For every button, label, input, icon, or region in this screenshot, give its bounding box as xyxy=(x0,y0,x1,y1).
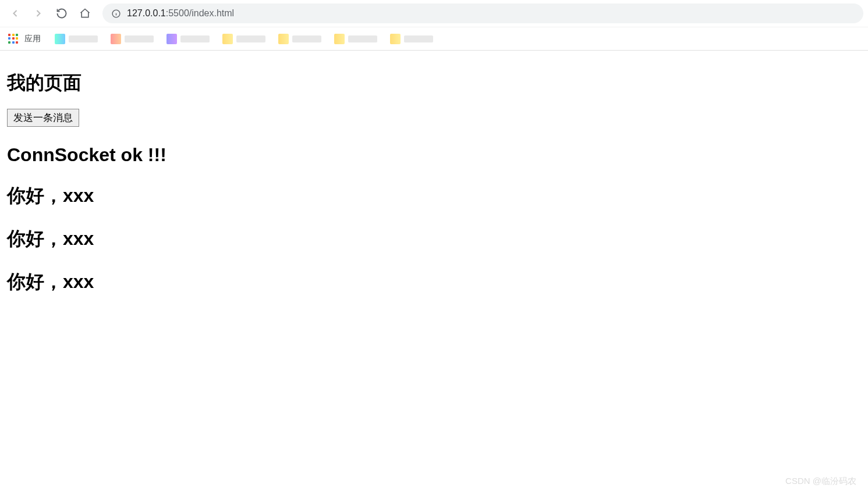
url-text: 127.0.0.1:5500/index.html xyxy=(127,8,234,19)
bookmark-favicon xyxy=(55,34,65,44)
page-title: 我的页面 xyxy=(7,70,861,96)
home-button[interactable] xyxy=(75,3,95,24)
site-info-icon[interactable] xyxy=(111,8,121,19)
bookmark-label xyxy=(125,35,154,42)
apps-label[interactable]: 应用 xyxy=(24,34,41,44)
browser-toolbar: 127.0.0.1:5500/index.html xyxy=(0,0,868,27)
bookmark-favicon xyxy=(166,34,177,44)
bookmark-label xyxy=(292,35,321,42)
bookmark-favicon xyxy=(334,34,345,44)
bookmark-label xyxy=(236,35,265,42)
message-line: 你好，xxx xyxy=(7,226,861,252)
reload-button[interactable] xyxy=(51,3,72,24)
address-bar[interactable]: 127.0.0.1:5500/index.html xyxy=(102,3,863,23)
bookmark-label xyxy=(404,35,433,42)
bookmark-item[interactable] xyxy=(51,31,101,47)
browser-chrome: 127.0.0.1:5500/index.html 应用 xyxy=(0,0,868,51)
bookmark-label xyxy=(180,35,210,42)
watermark: CSDN @临汾码农 xyxy=(785,476,856,487)
bookmark-favicon xyxy=(390,34,401,44)
bookmark-item[interactable] xyxy=(107,31,157,47)
bookmark-item[interactable] xyxy=(163,31,213,47)
url-path: /index.html xyxy=(189,8,234,18)
bookmark-favicon xyxy=(278,34,289,44)
bookmark-item[interactable] xyxy=(275,31,325,47)
page-content: 我的页面 发送一条消息 ConnSocket ok !!! 你好，xxx 你好，… xyxy=(0,51,868,319)
forward-button[interactable] xyxy=(28,3,49,24)
back-button[interactable] xyxy=(5,3,26,24)
bookmark-item[interactable] xyxy=(219,31,269,47)
send-message-button[interactable]: 发送一条消息 xyxy=(7,109,79,127)
bookmarks-bar: 应用 xyxy=(0,27,868,50)
message-line: 你好，xxx xyxy=(7,269,861,295)
bookmark-favicon xyxy=(222,34,233,44)
message-line: ConnSocket ok !!! xyxy=(7,144,861,166)
bookmark-item[interactable] xyxy=(331,31,381,47)
bookmark-favicon xyxy=(111,34,121,44)
url-port: :5500 xyxy=(166,8,189,18)
bookmark-item[interactable] xyxy=(387,31,437,47)
bookmark-label xyxy=(348,35,377,42)
message-line: 你好，xxx xyxy=(7,183,861,209)
bookmark-label xyxy=(69,35,98,42)
url-host: 127.0.0.1 xyxy=(127,8,166,18)
apps-icon[interactable] xyxy=(8,34,19,44)
